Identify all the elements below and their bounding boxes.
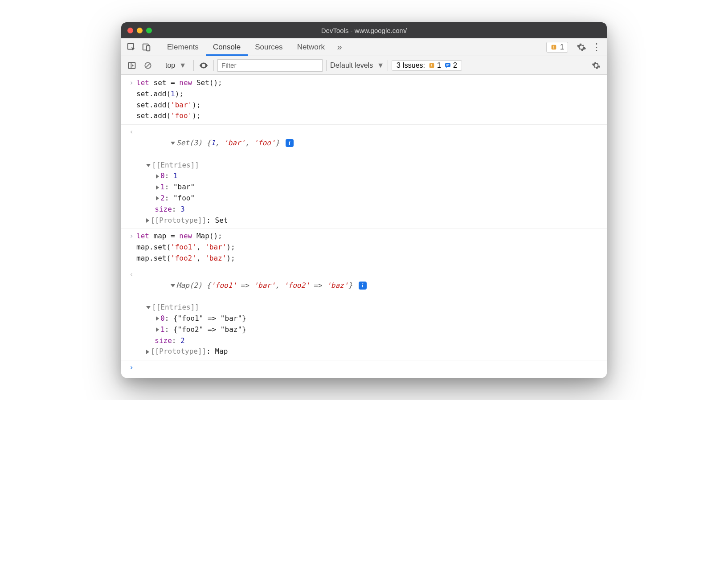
code-line[interactable]: set.add('foo'); [136, 110, 601, 122]
message-icon [444, 62, 451, 69]
entry-item[interactable]: 2: "foo" [156, 193, 601, 204]
expand-toggle-icon[interactable] [146, 164, 151, 167]
divider [193, 60, 194, 71]
code-line[interactable]: let set = new Set(); [136, 78, 601, 89]
warnings-count: 1 [560, 43, 564, 51]
clear-console-icon[interactable] [142, 59, 154, 72]
console-output-row: ‹ Map(2) {'foo1' => 'bar', 'foo2' => 'ba… [121, 269, 607, 302]
divider [213, 60, 214, 71]
code-line[interactable]: map.set('foo1', 'bar'); [136, 242, 601, 253]
window-title: DevTools - www.google.com/ [121, 27, 607, 34]
output-indicator-icon: ‹ [127, 269, 136, 302]
window-controls [127, 28, 152, 33]
expand-toggle-icon[interactable] [146, 218, 149, 223]
console-input-row: › let map = new Map(); [121, 231, 607, 242]
svg-rect-12 [445, 63, 450, 67]
warnings-badge[interactable]: 1 [546, 42, 568, 53]
divider [571, 42, 571, 53]
levels-label: Default levels [330, 61, 373, 69]
code-line[interactable]: map.set('foo2', 'baz'); [136, 253, 601, 264]
entry-item[interactable]: 0: {"foo1" => "bar"} [156, 313, 601, 324]
expand-toggle-icon[interactable] [156, 196, 159, 200]
info-icon[interactable]: i [359, 282, 367, 290]
main-tabbar: Elements Console Sources Network » 1 ⋮ [121, 38, 607, 56]
expand-toggle-icon[interactable] [156, 327, 159, 332]
warning-icon [550, 44, 557, 51]
object-summary[interactable]: Map(2) {'foo1' => 'bar', 'foo2' => 'baz'… [136, 269, 601, 302]
size-property: size: 3 [146, 204, 601, 215]
live-expression-icon[interactable] [197, 59, 210, 72]
expand-toggle-icon[interactable] [156, 185, 159, 190]
dropdown-icon: ▼ [179, 61, 186, 69]
entries-label[interactable]: [[Entries]] [146, 302, 601, 313]
expand-toggle-icon[interactable] [171, 142, 175, 145]
issues-warn-count: 1 [437, 61, 441, 69]
object-summary[interactable]: Set(3) {1, 'bar', 'foo'} i [136, 127, 601, 159]
expand-toggle-icon[interactable] [156, 174, 159, 179]
minimize-window-button[interactable] [137, 28, 143, 33]
log-levels-selector[interactable]: Default levels ▼ [330, 61, 384, 69]
close-window-button[interactable] [127, 28, 133, 33]
console-toolbar: top ▼ Default levels ▼ 3 Issues: 1 2 [121, 56, 607, 75]
context-label: top [165, 61, 175, 69]
prototype-property[interactable]: [[Prototype]]: Map [146, 346, 601, 357]
code-line[interactable]: set.add(1); [136, 89, 601, 100]
divider [158, 60, 158, 71]
expand-toggle-icon[interactable] [146, 350, 149, 354]
expand-toggle-icon[interactable] [146, 306, 151, 309]
dropdown-icon: ▼ [377, 61, 384, 69]
size-property: size: 2 [146, 335, 601, 347]
console-prompt-row[interactable]: › [121, 360, 607, 378]
entry-item[interactable]: 1: {"foo2" => "baz"} [156, 324, 601, 335]
context-selector[interactable]: top ▼ [162, 61, 190, 70]
filter-input[interactable] [217, 59, 323, 72]
output-indicator-icon: ‹ [127, 127, 136, 159]
expand-toggle-icon[interactable] [156, 316, 159, 321]
expand-toggle-icon[interactable] [171, 284, 175, 287]
svg-rect-5 [553, 48, 554, 49]
svg-rect-2 [147, 45, 150, 51]
svg-rect-14 [446, 65, 449, 65]
code-line[interactable]: set.add('bar'); [136, 100, 601, 111]
input-prompt-icon: › [127, 78, 136, 89]
divider [388, 60, 388, 71]
svg-rect-11 [431, 66, 432, 67]
divider [326, 60, 327, 71]
divider [157, 42, 157, 53]
device-toolbar-icon[interactable] [139, 40, 154, 55]
console-settings-icon[interactable] [590, 59, 602, 72]
kebab-menu-icon[interactable]: ⋮ [589, 40, 604, 55]
svg-rect-13 [446, 64, 450, 65]
titlebar: DevTools - www.google.com/ [121, 22, 607, 38]
settings-icon[interactable] [574, 40, 589, 55]
inspect-element-icon[interactable] [124, 40, 139, 55]
more-tabs-icon[interactable]: » [332, 40, 347, 55]
issues-label: 3 Issues: [397, 61, 425, 69]
tab-sources[interactable]: Sources [248, 38, 290, 56]
devtools-window: DevTools - www.google.com/ Elements Cons… [121, 22, 607, 378]
prompt-icon: › [127, 362, 136, 373]
svg-rect-4 [553, 45, 554, 48]
console-output-row: ‹ Set(3) {1, 'bar', 'foo'} i [121, 127, 607, 159]
entries-label[interactable]: [[Entries]] [146, 160, 601, 171]
info-icon[interactable]: i [286, 139, 294, 147]
tab-network[interactable]: Network [290, 38, 332, 56]
svg-point-8 [203, 65, 204, 66]
warning-icon [428, 62, 435, 69]
code-line[interactable]: let map = new Map(); [136, 231, 601, 242]
toggle-sidebar-icon[interactable] [126, 59, 138, 72]
prototype-property[interactable]: [[Prototype]]: Set [146, 215, 601, 226]
tab-elements[interactable]: Elements [160, 38, 206, 56]
svg-rect-10 [431, 64, 432, 66]
entry-item[interactable]: 1: "bar" [156, 182, 601, 193]
entry-item[interactable]: 0: 1 [156, 171, 601, 182]
console-input-row: › let set = new Set(); [121, 78, 607, 89]
maximize-window-button[interactable] [146, 28, 152, 33]
console-body: › let set = new Set(); set.add(1); set.a… [121, 75, 607, 378]
issues-badge[interactable]: 3 Issues: 1 2 [392, 60, 462, 71]
svg-rect-6 [129, 62, 135, 68]
issues-msg-count: 2 [453, 61, 457, 69]
tab-console[interactable]: Console [206, 38, 248, 56]
input-prompt-icon: › [127, 231, 136, 242]
